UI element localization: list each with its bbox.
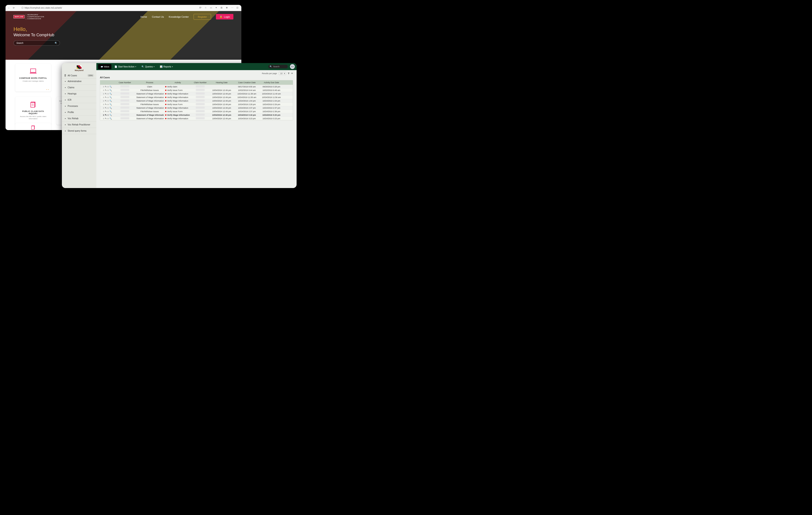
tab-queries[interactable]: 🔍 Queries xyxy=(139,64,157,69)
topbar-search[interactable]: 🔍 Search xyxy=(268,65,288,69)
star-icon[interactable]: ☆ xyxy=(103,86,105,88)
table-row[interactable]: ☆✎⊹🔍File/Withdraw IssuesVerify Issue For… xyxy=(100,109,293,113)
tab-reports[interactable]: 📊 Reports xyxy=(157,64,175,69)
tree-icon[interactable]: ⊹ xyxy=(107,86,109,88)
nav-contact[interactable]: Contact Us xyxy=(152,16,164,18)
back-icon[interactable]: ← xyxy=(7,6,10,9)
assign-icon[interactable]: ✎ xyxy=(105,107,107,109)
address-bar[interactable]: ⓘ https://comphub.wcc.state.md.us/web/ xyxy=(17,6,198,9)
search-icon[interactable]: 🔍 xyxy=(109,114,112,116)
assign-icon[interactable]: ✎ xyxy=(105,117,107,120)
star-icon[interactable]: ☆ xyxy=(103,117,105,120)
more-icon[interactable]: ⋯ xyxy=(231,6,234,9)
table-row[interactable]: ☆✎⊹🔍Statement of Wage InformationVerify … xyxy=(100,113,293,116)
search-icon[interactable]: 🔍 xyxy=(109,107,112,109)
avatar[interactable]: DJ xyxy=(290,64,295,69)
cell-casenum xyxy=(114,99,136,102)
copilot-icon[interactable]: ⊡ xyxy=(236,6,239,9)
search-icon[interactable]: 🔍 xyxy=(109,103,112,106)
star-icon[interactable]: ☆ xyxy=(103,93,105,95)
settings-icon[interactable]: ❀ xyxy=(226,6,229,9)
tree-icon[interactable]: ⊹ xyxy=(107,96,109,99)
search-icon[interactable]: 🔍 xyxy=(109,117,112,120)
row-actions: ☆✎⊹🔍 xyxy=(100,117,114,120)
assign-icon[interactable]: ✎ xyxy=(105,114,107,116)
search-icon[interactable]: 🔍 xyxy=(109,93,112,95)
sidebar-item[interactable]: Claims xyxy=(62,84,96,91)
star-icon[interactable]: ☆ xyxy=(103,110,105,113)
search-icon[interactable]: 🔍 xyxy=(109,86,112,88)
sidebar-item[interactable]: ICR xyxy=(62,97,96,103)
favorite-icon[interactable]: ☆ xyxy=(205,6,208,9)
sidebar-item[interactable]: Processes xyxy=(62,103,96,109)
collections-icon[interactable]: ▭ xyxy=(210,6,213,9)
tree-icon[interactable]: ⊹ xyxy=(107,117,109,120)
cell-hearing: 10/04/2024 12:49 pm xyxy=(209,103,234,106)
card-partial-bottom[interactable] xyxy=(15,123,51,130)
star-icon[interactable]: ☆ xyxy=(103,96,105,99)
search-icon[interactable]: 🔍 xyxy=(109,96,112,99)
search-icon[interactable]: 🔍 xyxy=(109,89,112,91)
tab-start-action[interactable]: 📄 Start New Action xyxy=(112,64,138,69)
eye-icon[interactable]: 👁 xyxy=(291,72,293,75)
search-icon[interactable]: 🔍 xyxy=(109,100,112,102)
assign-icon[interactable]: ✎ xyxy=(105,89,107,91)
tree-icon[interactable]: ⊹ xyxy=(107,89,109,91)
table-row[interactable]: ☆✎⊹🔍Statement of Wage InformationVerify … xyxy=(100,92,293,96)
sidebar-item[interactable]: Voc Rehab xyxy=(62,115,96,122)
table-row[interactable]: ☆✎⊹🔍Statement of Wage InformationVerify … xyxy=(100,96,293,99)
login-button[interactable]: 🔒 Login xyxy=(216,14,233,20)
nav-home[interactable]: Home xyxy=(141,16,147,18)
star-icon[interactable]: ☆ xyxy=(103,89,105,91)
assign-icon[interactable]: ✎ xyxy=(105,86,107,88)
refresh-icon[interactable]: ⟳ xyxy=(12,6,15,9)
star-icon[interactable]: ☆ xyxy=(103,114,105,116)
tree-icon[interactable]: ⊹ xyxy=(107,110,109,113)
filter-icon[interactable]: ∇ xyxy=(288,72,289,75)
table-row[interactable]: ☆✎⊹🔍File/Withdraw IssuesVerify Issue For… xyxy=(100,102,293,106)
sidebar-allcases[interactable]: 🗄 All Cases 2291 xyxy=(62,73,96,78)
card-public-claim[interactable]: PUBLIC CLAIM DATA INQUIRY Access the MD … xyxy=(15,97,51,125)
tree-icon[interactable]: ⊹ xyxy=(107,114,109,116)
extensions-icon[interactable]: ✦ xyxy=(215,6,219,9)
col-hearing[interactable]: Hearing Date xyxy=(209,80,234,85)
table-row[interactable]: ☆✎⊹🔍ClaimVerify claim09/17/2019 8:55 am0… xyxy=(100,85,293,88)
nav-knowledge[interactable]: Knowledge Center xyxy=(169,16,189,18)
col-claim[interactable]: Claim Number xyxy=(191,80,209,85)
col-due[interactable]: Activity Due Date xyxy=(260,80,283,85)
register-button[interactable]: Register xyxy=(194,14,211,20)
tree-icon[interactable]: ⊹ xyxy=(107,100,109,102)
table-row[interactable]: ☆✎⊹🔍Statement of Wage InformationVerify … xyxy=(100,99,293,102)
assign-icon[interactable]: ✎ xyxy=(105,100,107,102)
rpp-select[interactable]: 10 ▾ xyxy=(279,72,286,75)
col-case[interactable]: Case Number xyxy=(114,80,136,85)
cell-creation: 10/24/2019 2:28 pm xyxy=(234,103,260,106)
card-work-portal[interactable]: COMPHUB WORK PORTAL Create and manage cl… xyxy=(15,64,51,91)
star-icon[interactable]: ☆ xyxy=(103,107,105,109)
hero-search-input[interactable]: Search 🔍 xyxy=(13,40,60,46)
sidebar-item[interactable]: Administrative xyxy=(62,78,96,84)
assign-icon[interactable]: ✎ xyxy=(105,103,107,106)
table-row[interactable]: ☆✎⊹🔍Statement of Wage InformationVerify … xyxy=(100,116,293,120)
assign-icon[interactable]: ✎ xyxy=(105,96,107,99)
sidebar-item[interactable]: Stored query forms xyxy=(62,128,96,134)
assign-icon[interactable]: ✎ xyxy=(105,110,107,113)
tab-inbox[interactable]: 📨 Inbox xyxy=(98,64,111,69)
read-aloud-icon[interactable]: A⁺ xyxy=(199,6,202,9)
table-row[interactable]: ☆✎⊹🔍Statement of Wage InformationVerify … xyxy=(100,106,293,109)
assign-icon[interactable]: ✎ xyxy=(105,93,107,95)
sidebar-item[interactable]: Voc Rehab Practitioner xyxy=(62,122,96,128)
tree-icon[interactable]: ⊹ xyxy=(107,107,109,109)
star-icon[interactable]: ☆ xyxy=(103,103,105,106)
col-process[interactable]: Process xyxy=(136,80,164,85)
search-icon[interactable]: 🔍 xyxy=(109,110,112,113)
col-activity[interactable]: Activity xyxy=(164,80,191,85)
table-row[interactable]: ☆✎⊹🔍File/Withdraw IssuesVerify Issue For… xyxy=(100,88,293,92)
sidebar-item[interactable]: Hearings xyxy=(62,91,96,97)
tree-icon[interactable]: ⊹ xyxy=(107,93,109,95)
apps-icon[interactable]: ⊞ xyxy=(221,6,224,9)
col-creation[interactable]: Case Creation Date xyxy=(234,80,260,85)
sidebar-item[interactable]: Profile xyxy=(62,109,96,115)
star-icon[interactable]: ☆ xyxy=(103,100,105,102)
tree-icon[interactable]: ⊹ xyxy=(107,103,109,106)
